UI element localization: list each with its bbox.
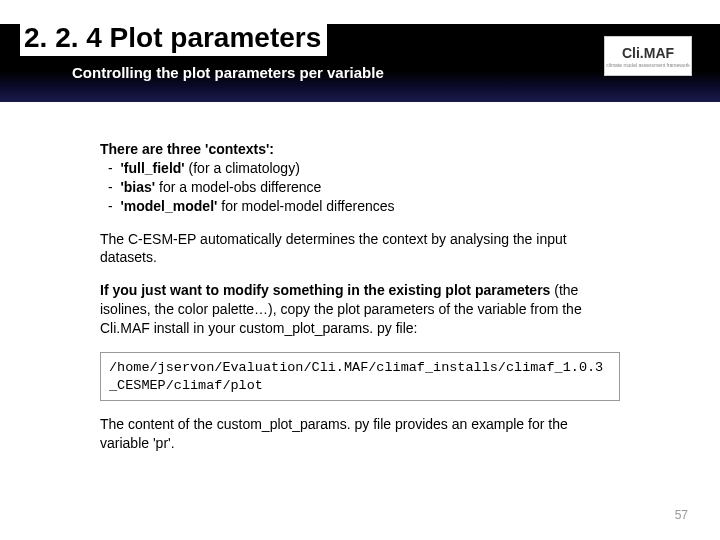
- para-modify: If you just want to modify something in …: [100, 281, 620, 338]
- context-desc: (for a climatology): [185, 160, 300, 176]
- slide-title-underline: [20, 56, 350, 58]
- para-auto: The C-ESM-EP automatically determines th…: [100, 230, 620, 268]
- logo-text: Cli.MAF: [622, 45, 674, 61]
- contexts-intro: There are three 'contexts':: [100, 141, 274, 157]
- code-path-box: /home/jservon/Evaluation/Cli.MAF/climaf_…: [100, 352, 620, 401]
- para-modify-bold: If you just want to modify something in …: [100, 282, 550, 298]
- context-desc: for a model-obs difference: [155, 179, 321, 195]
- slide-subtitle: Controlling the plot parameters per vari…: [72, 64, 384, 81]
- logo-subtext: climate model assessment framework: [606, 62, 690, 68]
- context-name: 'model_model': [120, 198, 217, 214]
- list-item: - 'full_field' (for a climatology): [100, 159, 620, 178]
- context-name: 'bias': [120, 179, 155, 195]
- contexts-block: There are three 'contexts': - 'full_fiel…: [100, 140, 620, 216]
- para-outro: The content of the custom_plot_params. p…: [100, 415, 620, 453]
- slide-title: 2. 2. 4 Plot parameters: [20, 22, 327, 56]
- slide-body: There are three 'contexts': - 'full_fiel…: [100, 140, 620, 467]
- list-item: - 'model_model' for model-model differen…: [100, 197, 620, 216]
- page-number: 57: [675, 508, 688, 522]
- list-item: - 'bias' for a model-obs difference: [100, 178, 620, 197]
- context-name: 'full_field': [120, 160, 184, 176]
- climaf-logo: Cli.MAF climate model assessment framewo…: [604, 36, 692, 76]
- context-desc: for model-model differences: [217, 198, 394, 214]
